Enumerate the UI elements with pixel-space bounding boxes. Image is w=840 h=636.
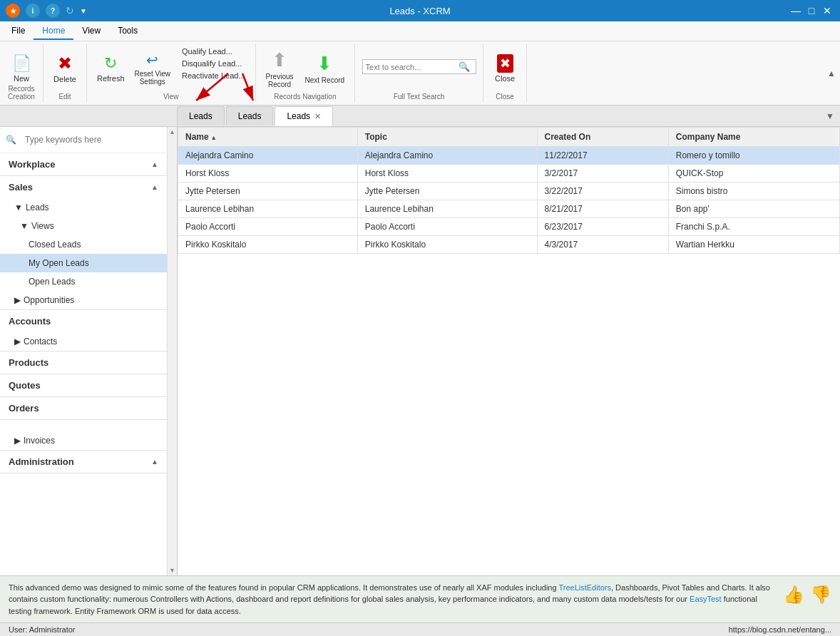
table-row[interactable]: Laurence LebihanLaurence Lebihan8/21/201… xyxy=(178,200,840,218)
table-row[interactable]: Paolo AccortiPaolo Accorti6/23/2017Franc… xyxy=(178,218,840,236)
cell-topic: Pirkko Koskitalo xyxy=(357,236,537,254)
search-input[interactable] xyxy=(366,63,459,71)
footer-link-treelisteditors[interactable]: TreeListEditors xyxy=(558,583,611,592)
tab-bar: Leads Leads Leads✕ ▼ xyxy=(0,106,840,127)
ribbon-group-label-search: Full Text Search xyxy=(355,93,483,101)
search-icon[interactable]: 🔍 xyxy=(459,61,470,72)
tab-leads-3[interactable]: Leads✕ xyxy=(275,106,333,126)
prev-record-icon: ⬆ xyxy=(272,49,287,71)
title-refresh-icon[interactable]: ↻ xyxy=(66,5,74,16)
sidebar-item-orders[interactable]: Orders xyxy=(0,397,167,420)
table-row[interactable]: Horst KlossHorst Kloss3/2/2017QUICK-Stop xyxy=(178,165,840,183)
close-button[interactable]: ✖ Close xyxy=(489,46,521,91)
cell-created_on: 4/3/2017 xyxy=(537,236,668,254)
app-icon: ★ xyxy=(6,4,20,18)
table-row[interactable]: Jytte PetersenJytte Petersen3/22/2017Sim… xyxy=(178,183,840,200)
next-record-button[interactable]: ⬇ Next Record xyxy=(301,46,349,91)
menu-tools[interactable]: Tools xyxy=(109,23,146,40)
col-name[interactable]: Name xyxy=(178,128,358,147)
next-record-label: Next Record xyxy=(305,76,345,84)
new-icon: 📄 xyxy=(12,54,31,73)
status-bar: User: Administrator https://blog.csdn.ne… xyxy=(0,622,840,636)
window-controls: — □ ✕ xyxy=(789,4,834,18)
sidebar-item-opportunities[interactable]: ▶ Opportunities xyxy=(0,291,167,309)
grid-container: Name Topic Created On Company Name Aleja… xyxy=(178,127,840,575)
tab-list-dropdown[interactable]: ▼ xyxy=(826,111,834,121)
sidebar-invoices-chevron: ▶ xyxy=(14,436,21,446)
info-icon[interactable]: i xyxy=(26,4,40,18)
sidebar-item-products[interactable]: Products xyxy=(0,352,167,374)
sidebar-invoices-header[interactable] xyxy=(0,420,167,431)
col-company[interactable]: Company Name xyxy=(668,128,839,147)
previous-record-button[interactable]: ⬆ PreviousRecord xyxy=(262,46,298,91)
tab-close-icon[interactable]: ✕ xyxy=(314,112,321,120)
refresh-icon: ↻ xyxy=(104,54,117,73)
help-icon[interactable]: ? xyxy=(46,4,60,18)
sidebar-opportunities-label: Opportunities xyxy=(24,295,74,305)
ribbon-group-navigation: ⬆ PreviousRecord ⬇ Next Record Records N… xyxy=(256,44,355,102)
cell-name: Horst Kloss xyxy=(178,165,358,183)
sidebar-item-quotes[interactable]: Quotes xyxy=(0,374,167,397)
menu-home[interactable]: Home xyxy=(34,23,73,40)
next-record-icon: ⬇ xyxy=(317,53,332,75)
sidebar: 🔍 Workplace ▲ Sales ▲ ▼ Leads ▼ V xyxy=(0,127,168,575)
sidebar-workplace-label: Workplace xyxy=(9,159,56,170)
sidebar-workplace-header[interactable]: Workplace ▲ xyxy=(0,153,167,175)
col-topic[interactable]: Topic xyxy=(357,128,537,147)
ribbon-group-label-creation: Records Creation xyxy=(0,85,43,101)
delete-button[interactable]: ✖ Delete xyxy=(49,46,81,91)
sidebar-sales-header[interactable]: Sales ▲ xyxy=(0,176,167,198)
cell-created_on: 11/22/2017 xyxy=(537,147,668,165)
sidebar-administration-chevron: ▲ xyxy=(151,458,158,466)
sidebar-accounts-header[interactable]: Accounts xyxy=(0,310,167,332)
sidebar-item-views[interactable]: ▼ Views xyxy=(0,217,167,235)
ribbon-group-label-navigation: Records Navigation xyxy=(256,93,354,101)
maximize-button[interactable]: □ xyxy=(804,4,819,18)
menu-file[interactable]: File xyxy=(3,23,34,40)
like-button[interactable]: 👍 xyxy=(783,582,804,607)
sidebar-contacts-label: Contacts xyxy=(24,337,57,347)
table-row[interactable]: Pirkko KoskitaloPirkko Koskitalo4/3/2017… xyxy=(178,236,840,254)
sidebar-item-open-leads[interactable]: Open Leads xyxy=(0,272,167,291)
cell-name: Laurence Lebihan xyxy=(178,200,358,218)
sidebar-item-my-open-leads[interactable]: My Open Leads xyxy=(0,254,167,272)
vertical-scrollbar[interactable]: ▲ ▼ xyxy=(168,127,178,575)
reset-view-button[interactable]: ↩ Reset ViewSettings xyxy=(130,46,175,91)
close-label: Close xyxy=(495,74,515,83)
menu-view[interactable]: View xyxy=(73,23,109,40)
col-created-on[interactable]: Created On xyxy=(537,128,668,147)
tab-leads-1[interactable]: Leads xyxy=(177,106,225,125)
minimize-button[interactable]: — xyxy=(789,4,803,18)
sidebar-leads-label: Leads xyxy=(26,202,49,212)
table-row[interactable]: Alejandra CaminoAlejandra Camino11/22/20… xyxy=(178,147,840,165)
reset-view-label: Reset ViewSettings xyxy=(135,70,170,86)
dislike-button[interactable]: 👎 xyxy=(810,582,831,607)
reactivate-lead-button[interactable]: Reactivate Lead... xyxy=(178,70,250,81)
sidebar-search-input[interactable] xyxy=(21,133,149,147)
refresh-button[interactable]: ↻ Refresh xyxy=(93,46,129,91)
disqualify-lead-button[interactable]: Disqualify Lead... xyxy=(178,58,250,69)
sidebar-closed-leads-label: Closed Leads xyxy=(29,240,81,250)
cell-topic: Jytte Petersen xyxy=(357,183,537,200)
menu-bar: File Home View Tools xyxy=(0,21,840,41)
close-window-button[interactable]: ✕ xyxy=(820,4,834,18)
sidebar-item-closed-leads[interactable]: Closed Leads xyxy=(0,235,167,254)
qualify-lead-button[interactable]: Qualify Lead... xyxy=(178,46,250,57)
sidebar-views-chevron: ▼ xyxy=(20,221,29,231)
scroll-up-arrow[interactable]: ▲ xyxy=(169,128,175,135)
scroll-down-arrow[interactable]: ▼ xyxy=(169,567,175,574)
sidebar-invoices-item-label: Invoices xyxy=(24,436,55,446)
tab-leads-2[interactable]: Leads xyxy=(226,106,274,125)
sidebar-administration-header[interactable]: Administration ▲ xyxy=(0,451,167,473)
sidebar-sales-label: Sales xyxy=(9,182,33,193)
footer-link-easytest[interactable]: EasyTest xyxy=(690,595,722,603)
ribbon-collapse-button[interactable]: ▲ xyxy=(823,44,840,102)
footer-info: This advanced demo was designed to mimic… xyxy=(0,575,840,623)
sidebar-item-invoices[interactable]: ▶ Invoices xyxy=(0,431,167,450)
sidebar-opportunities-chevron: ▶ xyxy=(14,295,21,305)
cell-company: Simons bistro xyxy=(668,183,839,200)
title-dropdown-icon[interactable]: ▼ xyxy=(80,7,87,15)
sidebar-views-label: Views xyxy=(31,221,54,231)
sidebar-item-leads[interactable]: ▼ Leads xyxy=(0,198,167,217)
sidebar-item-contacts[interactable]: ▶ Contacts xyxy=(0,332,167,351)
